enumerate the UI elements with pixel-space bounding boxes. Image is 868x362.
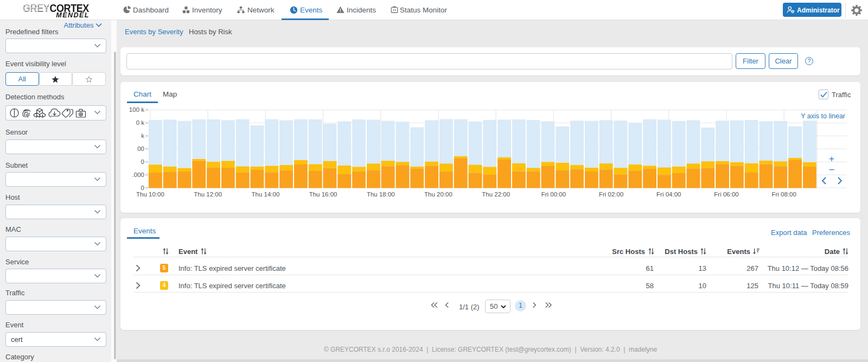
svg-text:Fri 08:00: Fri 08:00 [772, 191, 796, 198]
svg-text:Fri 04:00: Fri 04:00 [656, 191, 681, 198]
svg-text:+: + [829, 154, 834, 164]
svg-text:Fri 06:00: Fri 06:00 [714, 191, 738, 198]
svg-text:−: − [828, 164, 834, 175]
svg-text:00: 00 [137, 145, 144, 152]
svg-text:Fri 00:00: Fri 00:00 [541, 191, 566, 198]
svg-text:Thu 12:00: Thu 12:00 [194, 191, 222, 198]
svg-text:0: 0 [141, 158, 144, 165]
svg-text:Fri 02:00: Fri 02:00 [599, 191, 623, 198]
svg-text:Thu 16:00: Thu 16:00 [309, 191, 337, 198]
svg-text:Thu 18:00: Thu 18:00 [367, 191, 395, 198]
svg-text:Thu 20:00: Thu 20:00 [424, 191, 452, 198]
svg-text:k: k [141, 132, 144, 139]
svg-text:Thu 22:00: Thu 22:00 [482, 191, 510, 198]
svg-text:0: 0 [141, 185, 144, 191]
svg-text:Y axis to linear: Y axis to linear [801, 112, 845, 120]
svg-text:Thu 14:00: Thu 14:00 [252, 191, 280, 198]
svg-text:.000: .000 [132, 172, 144, 178]
svg-text:Thu 10:00: Thu 10:00 [136, 191, 164, 198]
svg-text:0 k: 0 k [136, 119, 145, 126]
svg-text:100 k: 100 k [129, 106, 144, 113]
